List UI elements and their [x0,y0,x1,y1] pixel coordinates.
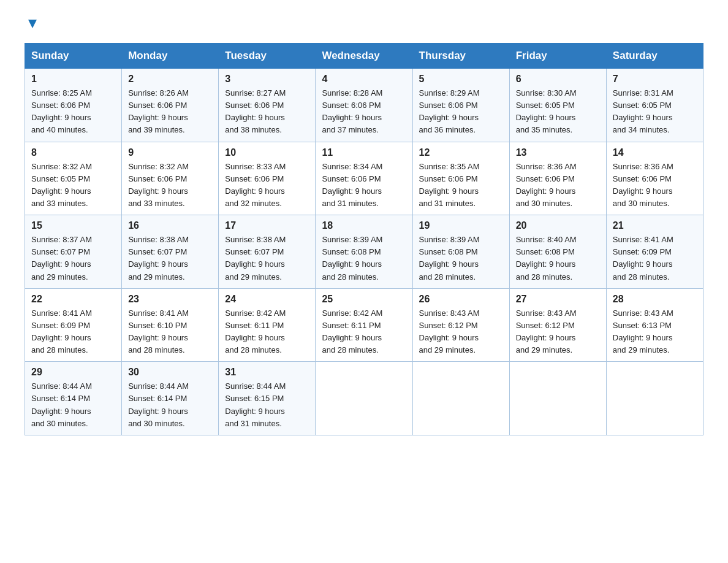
day-info: Sunrise: 8:29 AMSunset: 6:06 PMDaylight:… [419,87,503,137]
day-info: Sunrise: 8:44 AMSunset: 6:14 PMDaylight:… [31,380,115,430]
day-info: Sunrise: 8:31 AMSunset: 6:05 PMDaylight:… [613,87,697,137]
calendar-table: SundayMondayTuesdayWednesdayThursdayFrid… [25,43,703,435]
calendar-cell: 18Sunrise: 8:39 AMSunset: 6:08 PMDayligh… [316,215,412,289]
day-info: Sunrise: 8:41 AMSunset: 6:10 PMDaylight:… [128,307,212,357]
day-info: Sunrise: 8:43 AMSunset: 6:12 PMDaylight:… [419,307,503,357]
day-number: 1 [31,74,115,85]
day-number: 12 [419,147,503,158]
day-number: 11 [322,147,406,158]
day-number: 20 [516,220,600,231]
weekday-header-tuesday: Tuesday [219,44,316,69]
calendar-week-row: 15Sunrise: 8:37 AMSunset: 6:07 PMDayligh… [25,215,703,289]
day-number: 23 [128,294,212,305]
day-number: 13 [516,147,600,158]
day-number: 30 [128,367,212,378]
logo-arrow-icon [26,17,39,31]
calendar-cell: 24Sunrise: 8:42 AMSunset: 6:11 PMDayligh… [219,288,316,362]
day-number: 29 [31,367,115,378]
day-info: Sunrise: 8:39 AMSunset: 6:08 PMDaylight:… [322,234,406,283]
day-info: Sunrise: 8:40 AMSunset: 6:08 PMDaylight:… [516,234,600,283]
calendar-cell: 30Sunrise: 8:44 AMSunset: 6:14 PMDayligh… [122,362,219,435]
calendar-cell: 12Sunrise: 8:35 AMSunset: 6:06 PMDayligh… [412,142,509,215]
day-number: 21 [613,220,697,231]
calendar-cell: 2Sunrise: 8:26 AMSunset: 6:06 PMDaylight… [122,69,219,142]
day-info: Sunrise: 8:26 AMSunset: 6:06 PMDaylight:… [128,87,212,137]
weekday-header-monday: Monday [122,44,219,69]
calendar-cell: 13Sunrise: 8:36 AMSunset: 6:06 PMDayligh… [509,142,606,215]
calendar-cell [509,362,606,435]
day-info: Sunrise: 8:28 AMSunset: 6:06 PMDaylight:… [322,87,406,137]
day-info: Sunrise: 8:35 AMSunset: 6:06 PMDaylight:… [419,161,503,210]
calendar-cell: 1Sunrise: 8:25 AMSunset: 6:06 PMDaylight… [25,69,122,142]
calendar-cell [316,362,412,435]
calendar-cell [412,362,509,435]
calendar-cell: 5Sunrise: 8:29 AMSunset: 6:06 PMDaylight… [412,69,509,142]
calendar-week-row: 29Sunrise: 8:44 AMSunset: 6:14 PMDayligh… [25,362,703,435]
page-header [25,18,703,31]
day-info: Sunrise: 8:42 AMSunset: 6:11 PMDaylight:… [322,307,406,357]
day-info: Sunrise: 8:36 AMSunset: 6:06 PMDaylight:… [516,161,600,210]
day-number: 28 [613,294,697,305]
day-number: 24 [225,294,309,305]
calendar-cell: 31Sunrise: 8:44 AMSunset: 6:15 PMDayligh… [219,362,316,435]
day-number: 18 [322,220,406,231]
weekday-header-wednesday: Wednesday [316,44,412,69]
day-number: 5 [419,74,503,85]
day-number: 22 [31,294,115,305]
day-number: 26 [419,294,503,305]
day-number: 27 [516,294,600,305]
day-number: 10 [225,147,309,158]
day-number: 17 [225,220,309,231]
day-info: Sunrise: 8:44 AMSunset: 6:14 PMDaylight:… [128,380,212,430]
calendar-cell: 6Sunrise: 8:30 AMSunset: 6:05 PMDaylight… [509,69,606,142]
day-info: Sunrise: 8:44 AMSunset: 6:15 PMDaylight:… [225,380,309,430]
weekday-header-saturday: Saturday [606,44,703,69]
day-number: 2 [128,74,212,85]
day-number: 25 [322,294,406,305]
calendar-cell: 19Sunrise: 8:39 AMSunset: 6:08 PMDayligh… [412,215,509,289]
calendar-week-row: 1Sunrise: 8:25 AMSunset: 6:06 PMDaylight… [25,69,703,142]
calendar-cell: 21Sunrise: 8:41 AMSunset: 6:09 PMDayligh… [606,215,703,289]
day-number: 6 [516,74,600,85]
weekday-header-friday: Friday [509,44,606,69]
day-info: Sunrise: 8:32 AMSunset: 6:05 PMDaylight:… [31,161,115,210]
day-info: Sunrise: 8:30 AMSunset: 6:05 PMDaylight:… [516,87,600,137]
day-info: Sunrise: 8:33 AMSunset: 6:06 PMDaylight:… [225,161,309,210]
calendar-cell: 15Sunrise: 8:37 AMSunset: 6:07 PMDayligh… [25,215,122,289]
calendar-cell: 4Sunrise: 8:28 AMSunset: 6:06 PMDaylight… [316,69,412,142]
calendar-cell: 11Sunrise: 8:34 AMSunset: 6:06 PMDayligh… [316,142,412,215]
day-info: Sunrise: 8:41 AMSunset: 6:09 PMDaylight:… [31,307,115,357]
calendar-cell: 8Sunrise: 8:32 AMSunset: 6:05 PMDaylight… [25,142,122,215]
day-info: Sunrise: 8:43 AMSunset: 6:13 PMDaylight:… [613,307,697,357]
day-info: Sunrise: 8:27 AMSunset: 6:06 PMDaylight:… [225,87,309,137]
calendar-cell: 20Sunrise: 8:40 AMSunset: 6:08 PMDayligh… [509,215,606,289]
calendar-cell: 26Sunrise: 8:43 AMSunset: 6:12 PMDayligh… [412,288,509,362]
day-number: 16 [128,220,212,231]
calendar-week-row: 22Sunrise: 8:41 AMSunset: 6:09 PMDayligh… [25,288,703,362]
day-number: 31 [225,367,309,378]
day-number: 7 [613,74,697,85]
calendar-cell: 22Sunrise: 8:41 AMSunset: 6:09 PMDayligh… [25,288,122,362]
day-number: 14 [613,147,697,158]
calendar-cell: 25Sunrise: 8:42 AMSunset: 6:11 PMDayligh… [316,288,412,362]
day-number: 15 [31,220,115,231]
calendar-cell: 16Sunrise: 8:38 AMSunset: 6:07 PMDayligh… [122,215,219,289]
day-number: 19 [419,220,503,231]
calendar-cell: 28Sunrise: 8:43 AMSunset: 6:13 PMDayligh… [606,288,703,362]
day-info: Sunrise: 8:38 AMSunset: 6:07 PMDaylight:… [128,234,212,283]
day-info: Sunrise: 8:43 AMSunset: 6:12 PMDaylight:… [516,307,600,357]
calendar-cell: 3Sunrise: 8:27 AMSunset: 6:06 PMDaylight… [219,69,316,142]
day-number: 8 [31,147,115,158]
calendar-week-row: 8Sunrise: 8:32 AMSunset: 6:05 PMDaylight… [25,142,703,215]
weekday-header-sunday: Sunday [25,44,122,69]
day-info: Sunrise: 8:42 AMSunset: 6:11 PMDaylight:… [225,307,309,357]
calendar-cell: 14Sunrise: 8:36 AMSunset: 6:06 PMDayligh… [606,142,703,215]
calendar-cell: 7Sunrise: 8:31 AMSunset: 6:05 PMDaylight… [606,69,703,142]
calendar-cell: 27Sunrise: 8:43 AMSunset: 6:12 PMDayligh… [509,288,606,362]
day-info: Sunrise: 8:32 AMSunset: 6:06 PMDaylight:… [128,161,212,210]
day-info: Sunrise: 8:36 AMSunset: 6:06 PMDaylight:… [613,161,697,210]
weekday-header-thursday: Thursday [412,44,509,69]
calendar-cell: 9Sunrise: 8:32 AMSunset: 6:06 PMDaylight… [122,142,219,215]
calendar-cell: 10Sunrise: 8:33 AMSunset: 6:06 PMDayligh… [219,142,316,215]
calendar-cell: 17Sunrise: 8:38 AMSunset: 6:07 PMDayligh… [219,215,316,289]
